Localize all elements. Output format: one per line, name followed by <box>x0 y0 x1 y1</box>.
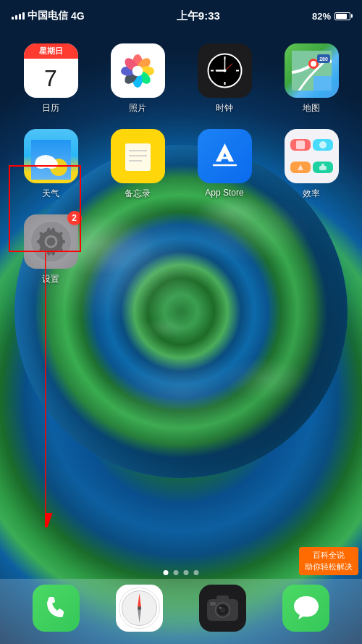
watermark-line2: 助你轻松解决 <box>305 561 353 572</box>
appstore-svg <box>209 140 241 172</box>
signal-bar-2 <box>15 15 17 20</box>
page-dot-4 <box>194 570 199 575</box>
notes-label: 备忘录 <box>125 188 151 200</box>
photos-icon <box>111 43 165 98</box>
app-maps[interactable]: 280 地图 <box>272 43 351 114</box>
appstore-icon-wrap <box>198 129 252 183</box>
photos-icon-wrap <box>111 43 165 98</box>
app-appstore[interactable]: App Store <box>185 129 264 200</box>
status-left: 中国电信 4G <box>12 9 85 22</box>
maps-icon-wrap: 280 <box>285 43 339 98</box>
svg-rect-39 <box>321 164 324 167</box>
notes-svg <box>118 136 158 176</box>
app-weather[interactable]: 天气 <box>11 129 90 200</box>
app-grid: 星期日 7 日历 照片 <box>0 36 362 293</box>
appstore-icon <box>198 129 252 183</box>
weather-icon <box>24 129 78 183</box>
app-settings[interactable]: 2 设置 <box>11 214 90 285</box>
efficiency-icon-wrap <box>285 129 339 183</box>
battery-icon <box>334 12 350 20</box>
svg-point-8 <box>132 65 143 76</box>
watermark-line1: 百科全说 <box>305 550 353 561</box>
svg-rect-57 <box>210 602 216 606</box>
phone-svg <box>43 594 70 622</box>
dock <box>0 579 362 644</box>
calendar-icon-wrap: 星期日 7 <box>24 43 78 98</box>
svg-rect-20 <box>313 76 332 91</box>
svg-rect-31 <box>125 143 151 171</box>
page-dots <box>164 570 199 575</box>
app-calendar[interactable]: 星期日 7 日历 <box>11 43 90 114</box>
weather-svg <box>31 140 71 180</box>
page-dot-2 <box>174 570 179 575</box>
phone-icon <box>33 585 80 632</box>
calendar-day-name: 星期日 <box>24 43 78 59</box>
status-right: 82% <box>312 11 350 22</box>
maps-svg: 280 <box>292 51 332 91</box>
weather-label: 天气 <box>42 188 59 200</box>
messages-svg <box>292 593 321 622</box>
dock-phone[interactable] <box>33 585 80 632</box>
clock-svg <box>205 51 245 91</box>
battery-percent: 82% <box>312 11 331 22</box>
svg-point-18 <box>223 70 226 72</box>
settings-gear-svg <box>31 222 71 262</box>
svg-point-56 <box>219 606 222 609</box>
carrier-label: 中国电信 <box>28 9 68 22</box>
svg-point-51 <box>138 606 141 610</box>
efficiency-icon <box>285 129 339 183</box>
status-bar: 中国电信 4G 上午9:33 82% <box>0 0 362 32</box>
clock-icon-wrap <box>198 43 252 98</box>
svg-point-22 <box>311 61 316 67</box>
maps-label: 地图 <box>303 102 320 114</box>
weather-icon-wrap <box>24 129 78 183</box>
safari-svg <box>116 585 163 632</box>
baike-watermark: 百科全说 助你轻松解决 <box>299 547 358 575</box>
photos-label: 照片 <box>129 102 146 114</box>
calendar-label: 日历 <box>42 102 59 114</box>
appstore-label: App Store <box>205 188 243 198</box>
calendar-icon: 星期日 7 <box>24 43 78 98</box>
settings-icon-wrap: 2 <box>24 214 78 269</box>
battery-body <box>334 12 350 20</box>
maps-icon: 280 <box>285 43 339 98</box>
settings-badge: 2 <box>67 211 82 225</box>
status-time: 上午9:33 <box>177 9 220 23</box>
clock-label: 时钟 <box>216 102 233 114</box>
app-clock[interactable]: 时钟 <box>185 43 264 114</box>
page-dot-3 <box>184 570 189 575</box>
settings-label: 设置 <box>42 273 59 285</box>
notes-icon <box>111 129 165 183</box>
network-label: 4G <box>71 10 85 22</box>
signal-bar-3 <box>19 14 21 20</box>
dock-safari[interactable] <box>116 585 163 632</box>
clock-icon <box>198 43 252 98</box>
svg-rect-36 <box>296 141 305 149</box>
camera-icon <box>199 585 246 632</box>
camera-svg <box>203 588 243 628</box>
efficiency-label: 效率 <box>303 188 320 200</box>
photos-svg <box>118 51 158 91</box>
app-notes[interactable]: 备忘录 <box>98 129 177 200</box>
notes-icon-wrap <box>111 129 165 183</box>
app-efficiency[interactable]: 效率 <box>272 129 351 200</box>
svg-point-42 <box>46 238 55 246</box>
safari-icon <box>116 585 163 632</box>
svg-text:280: 280 <box>319 57 328 62</box>
svg-point-29 <box>45 159 58 169</box>
battery-fill <box>336 14 347 19</box>
dock-messages[interactable] <box>282 585 329 632</box>
svg-rect-58 <box>216 595 229 601</box>
page-dot-1 <box>164 570 169 575</box>
app-photos[interactable]: 照片 <box>98 43 177 114</box>
signal-bar-4 <box>22 12 25 20</box>
dock-camera[interactable] <box>199 585 246 632</box>
svg-point-37 <box>319 141 327 149</box>
messages-icon <box>282 585 329 632</box>
signal-bar-1 <box>12 17 14 20</box>
signal-bars <box>12 12 25 20</box>
calendar-day-number: 7 <box>44 59 57 98</box>
